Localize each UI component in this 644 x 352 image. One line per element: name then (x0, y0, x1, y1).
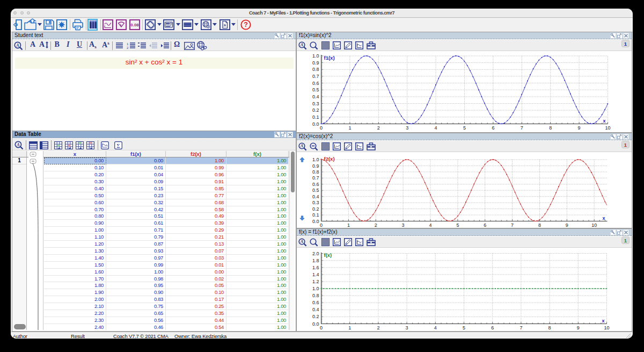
svg-text:2: 2 (377, 325, 379, 331)
svg-text:0.5: 0.5 (312, 87, 319, 92)
svg-text:0: 0 (320, 125, 323, 131)
svg-text:9: 9 (566, 222, 568, 228)
svg-text:6: 6 (492, 125, 494, 131)
svg-text:0: 0 (320, 325, 323, 331)
svg-text:0.6: 0.6 (312, 300, 319, 305)
svg-text:9: 9 (577, 325, 580, 331)
svg-text:6: 6 (484, 222, 486, 228)
svg-text:1: 1 (127, 42, 129, 46)
svg-text:3: 3 (406, 125, 408, 131)
svg-text:f2(x): f2(x) (324, 156, 335, 162)
svg-text:0.0: 0.0 (312, 321, 319, 327)
svg-text:0.1: 0.1 (312, 212, 319, 218)
svg-text:1.6: 1.6 (312, 265, 319, 270)
svg-text:A: A (16, 142, 19, 147)
svg-text:7: 7 (521, 125, 523, 131)
svg-text:10: 10 (604, 325, 609, 331)
svg-text:f(x): f(x) (324, 252, 332, 258)
svg-text:A: A (16, 42, 19, 47)
svg-text:0.3: 0.3 (312, 101, 319, 106)
svg-text:?: ? (244, 21, 248, 28)
svg-text:2: 2 (377, 125, 380, 131)
svg-text:0.4: 0.4 (312, 94, 319, 99)
svg-text:1.4: 1.4 (312, 272, 319, 277)
svg-text:x: x (603, 118, 605, 124)
svg-text:0.8: 0.8 (312, 293, 319, 298)
svg-text:1: 1 (347, 222, 350, 228)
svg-text:0.0: 0.0 (312, 121, 319, 127)
svg-text:1.2: 1.2 (312, 279, 319, 284)
svg-text:7: 7 (519, 325, 522, 331)
svg-text:Σ: Σ (116, 142, 120, 148)
svg-text:1.0: 1.0 (312, 157, 319, 162)
svg-text:0.2: 0.2 (312, 107, 319, 113)
svg-text:10: 10 (605, 125, 610, 131)
svg-text:0.9: 0.9 (312, 60, 319, 66)
svg-text:1.0: 1.0 (312, 53, 319, 59)
svg-text:1.8: 1.8 (312, 258, 319, 263)
svg-text:x: x (602, 215, 605, 221)
svg-text:0.4: 0.4 (312, 307, 319, 312)
svg-text:2: 2 (127, 46, 129, 49)
svg-text:A: A (300, 239, 303, 244)
svg-text:0.2: 0.2 (312, 314, 319, 319)
svg-text:0.1: 0.1 (312, 114, 319, 120)
svg-text:8: 8 (548, 325, 551, 331)
svg-text:8: 8 (549, 125, 552, 131)
svg-text:10: 10 (591, 222, 597, 228)
svg-text:5: 5 (463, 325, 465, 331)
svg-text:x: x (602, 318, 604, 324)
svg-text:1.0: 1.0 (312, 286, 319, 291)
svg-text:A: A (300, 42, 303, 47)
svg-text:1: 1 (348, 125, 351, 131)
svg-text:8: 8 (538, 222, 541, 228)
svg-text:0: 0 (320, 222, 323, 228)
svg-text:7: 7 (511, 222, 514, 228)
svg-text:0.5: 0.5 (312, 188, 319, 193)
svg-text:4: 4 (435, 125, 437, 131)
svg-text:6: 6 (491, 325, 494, 331)
svg-text:5: 5 (456, 222, 459, 228)
svg-text:0.8: 0.8 (312, 67, 319, 72)
svg-text:0.7: 0.7 (312, 74, 319, 79)
svg-text:0.9: 0.9 (312, 163, 319, 169)
svg-text:0.8: 0.8 (312, 169, 319, 175)
svg-text:2.0: 2.0 (312, 251, 319, 256)
svg-text:3: 3 (406, 325, 408, 331)
svg-text:A: A (300, 143, 303, 148)
svg-text:3: 3 (402, 222, 405, 228)
svg-text:2: 2 (375, 222, 377, 228)
svg-text:9: 9 (578, 125, 581, 131)
svg-text:0.4: 0.4 (312, 194, 319, 199)
svg-text:0.6: 0.6 (312, 81, 319, 86)
svg-text:0.7: 0.7 (312, 175, 319, 181)
svg-text:0.08: 0.08 (130, 23, 139, 27)
svg-text:0.6: 0.6 (312, 182, 319, 187)
svg-text:5: 5 (463, 125, 466, 131)
svg-text:0.0: 0.0 (312, 219, 319, 224)
svg-text:0.3: 0.3 (312, 200, 319, 205)
svg-text:4: 4 (434, 325, 437, 331)
svg-text:f1(x): f1(x) (324, 55, 335, 61)
svg-text:0.2: 0.2 (312, 206, 319, 212)
svg-text:4: 4 (429, 222, 431, 228)
svg-text:1: 1 (348, 325, 351, 331)
